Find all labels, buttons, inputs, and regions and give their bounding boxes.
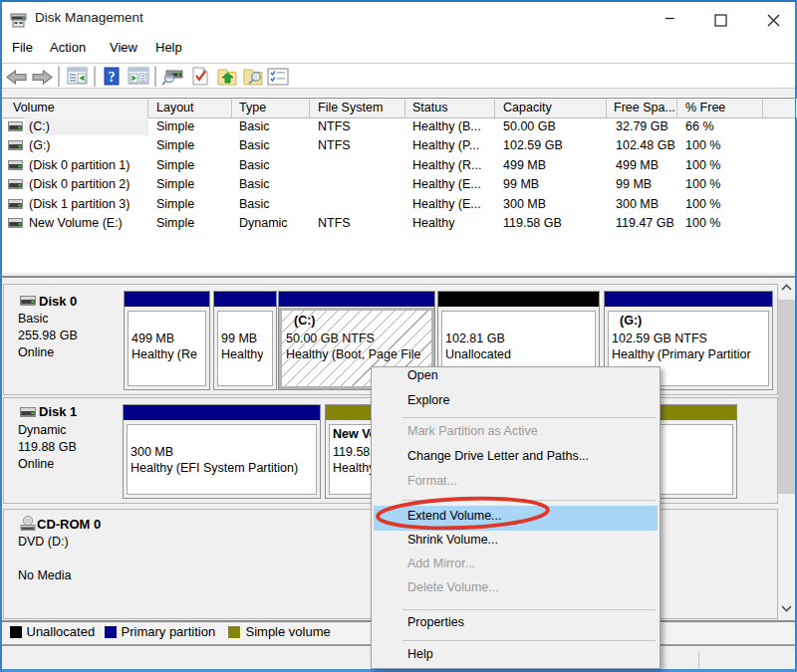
svg-text:?: ? — [109, 70, 116, 85]
